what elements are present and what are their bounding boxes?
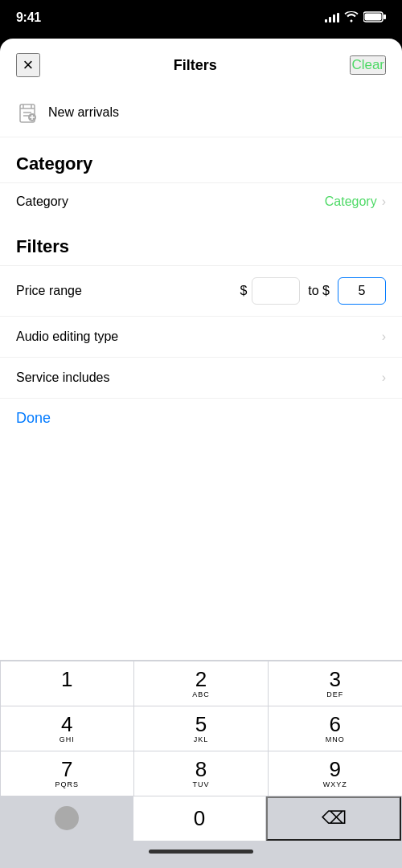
home-bar xyxy=(149,850,253,854)
close-button[interactable]: × xyxy=(16,53,40,77)
new-arrivals-icon xyxy=(16,101,39,124)
keypad-row-3: 7 PQRS 8 TUV 9 WXYZ xyxy=(0,751,402,796)
keypad-row-4: 0 ⌫ xyxy=(0,796,402,841)
header: × Filters Clear xyxy=(0,39,402,88)
new-arrivals-item[interactable]: New arrivals xyxy=(16,101,386,124)
status-icons xyxy=(325,11,386,25)
key-5[interactable]: 5 JKL xyxy=(134,706,268,751)
numeric-keypad: 1 2 ABC 3 DEF 4 GHI 5 JKL 6 xyxy=(0,660,402,841)
category-row-value: Category › xyxy=(325,194,386,209)
service-includes-label: Service includes xyxy=(16,371,110,385)
new-arrivals-label: New arrivals xyxy=(48,105,119,120)
backspace-icon: ⌫ xyxy=(322,808,347,829)
scroll-content: New arrivals Category Category Category … xyxy=(0,88,402,660)
svg-rect-1 xyxy=(384,14,386,19)
signal-icon xyxy=(325,13,339,23)
key-9[interactable]: 9 WXYZ xyxy=(269,751,402,796)
wifi-icon xyxy=(344,11,359,25)
key-8[interactable]: 8 TUV xyxy=(134,751,268,796)
price-to-input[interactable] xyxy=(338,277,386,305)
audio-editing-label: Audio editing type xyxy=(16,330,118,344)
category-chevron-icon: › xyxy=(382,194,386,209)
price-to-label: to $ xyxy=(308,284,330,298)
status-time: 9:41 xyxy=(16,10,41,25)
price-input-group: $ to $ xyxy=(240,277,386,305)
home-indicator xyxy=(0,841,402,868)
service-includes-chevron-icon: › xyxy=(382,371,386,385)
key-4[interactable]: 4 GHI xyxy=(1,706,134,751)
price-from-symbol: $ xyxy=(240,284,247,298)
key-1[interactable]: 1 xyxy=(1,661,134,706)
filters-section-title: Filters xyxy=(16,236,69,256)
main-card: × Filters Clear New arrivals xyxy=(0,39,402,868)
key-3[interactable]: 3 DEF xyxy=(269,661,402,706)
audio-editing-row[interactable]: Audio editing type › xyxy=(0,316,402,357)
service-includes-row[interactable]: Service includes › xyxy=(0,357,402,398)
done-section: Done xyxy=(0,398,402,438)
key-0[interactable]: 0 xyxy=(133,796,265,841)
new-arrivals-section: New arrivals xyxy=(0,88,402,137)
category-row-label: Category xyxy=(16,194,68,209)
globe-icon xyxy=(55,806,79,830)
price-range-label: Price range xyxy=(16,284,233,298)
category-section-header: Category xyxy=(0,137,402,182)
clear-button[interactable]: Clear xyxy=(350,55,386,75)
header-title: Filters xyxy=(174,57,217,74)
backspace-button[interactable]: ⌫ xyxy=(266,796,401,841)
done-button[interactable]: Done xyxy=(16,410,51,427)
keypad-row-1: 1 2 ABC 3 DEF xyxy=(0,661,402,706)
audio-editing-chevron-icon: › xyxy=(382,330,386,344)
price-range-row: Price range $ to $ xyxy=(0,265,402,316)
battery-icon xyxy=(363,11,386,25)
category-row[interactable]: Category Category › xyxy=(0,182,402,220)
key-7[interactable]: 7 PQRS xyxy=(1,751,134,796)
svg-rect-2 xyxy=(365,13,382,20)
keypad-row-2: 4 GHI 5 JKL 6 MNO xyxy=(0,706,402,751)
category-section-title: Category xyxy=(16,154,92,174)
filters-section-header: Filters xyxy=(0,220,402,265)
price-from-input[interactable] xyxy=(252,277,300,305)
key-2[interactable]: 2 ABC xyxy=(134,661,268,706)
key-globe-area[interactable] xyxy=(1,796,133,841)
status-bar: 9:41 xyxy=(0,0,402,35)
key-6[interactable]: 6 MNO xyxy=(269,706,402,751)
